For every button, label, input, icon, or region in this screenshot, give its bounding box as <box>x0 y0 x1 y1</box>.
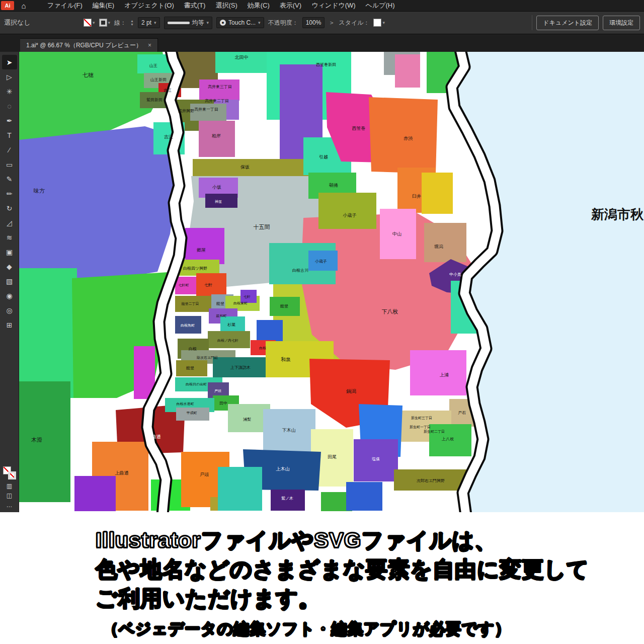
stroke-weight-field[interactable]: 2 pt ▾ <box>138 17 160 28</box>
selection-tool[interactable]: ➤ <box>2 55 17 69</box>
map-label: 朝捲 <box>329 183 338 188</box>
control-bar: 選択なし ▾ ▾ 線： ▲▼ 2 pt ▾ 均等 ▾ ● Touch C... … <box>0 11 644 34</box>
paintbrush-tool[interactable]: ✎ <box>2 172 17 186</box>
map-label: 堀潟 <box>434 244 443 249</box>
caption-line-4: （ベジェデータの編集ソフト・編集アプリが必要です） <box>103 618 644 640</box>
document-setup-button[interactable]: ドキュメント設定 <box>536 16 599 30</box>
menu-item[interactable]: 書式(T) <box>184 1 206 10</box>
stroke-color-swatch[interactable]: ▾ <box>99 19 111 27</box>
map-label: 上下諏訪木 <box>230 365 251 370</box>
fill-stroke-indicator[interactable] <box>3 466 16 479</box>
map-region[interactable] <box>422 173 453 214</box>
opacity-more-icon[interactable]: ＞ <box>329 19 335 27</box>
zoom-tool[interactable]: ◎ <box>2 303 17 317</box>
style-swatch[interactable]: ▾ <box>373 19 385 27</box>
map-region[interactable] <box>318 193 376 229</box>
opacity-field[interactable]: 100% <box>302 17 325 28</box>
map-svg[interactable]: 北田中西笠巻新田七穂山王山王新田吉江高井東三丁目高井東二丁目鷲田新田高井興野高井… <box>19 52 644 512</box>
map-region[interactable] <box>410 350 466 395</box>
map-region[interactable] <box>199 79 239 101</box>
map-label: 浦梨 <box>243 417 251 422</box>
rotate-tool[interactable]: ↻ <box>2 201 17 215</box>
pen-tool[interactable]: ✒ <box>2 113 17 128</box>
map-label: 十五間 <box>254 224 270 230</box>
map-label: 高井東二丁目 <box>205 99 229 103</box>
map-region[interactable] <box>218 467 262 511</box>
line-segment-tool[interactable]: ∕ <box>2 142 17 157</box>
map-label: 白根水道町 <box>177 402 194 406</box>
pencil-tool[interactable]: ✏ <box>2 186 17 201</box>
scale-tool[interactable]: ◿ <box>2 215 17 230</box>
direct-selection-tool[interactable]: ▷ <box>2 69 17 84</box>
lasso-tool[interactable]: ◌ <box>2 99 17 113</box>
map-label: 白根 <box>189 347 197 351</box>
screen-mode-icon[interactable]: ◫ <box>7 493 12 499</box>
map-region[interactable] <box>346 482 382 511</box>
map-region[interactable] <box>19 381 70 502</box>
map-region[interactable] <box>424 223 466 262</box>
map-region[interactable] <box>395 54 420 88</box>
opacity-label: 不透明度： <box>268 19 298 27</box>
artboard-canvas[interactable]: 北田中西笠巻新田七穂山王山王新田吉江高井東三丁目高井東二丁目鷲田新田高井興野高井… <box>19 52 644 512</box>
map-label: 高井東一丁目 <box>194 107 218 112</box>
style-swatch-icon <box>373 19 381 27</box>
home-icon[interactable]: ⌂ <box>17 2 30 10</box>
fill-color-swatch[interactable]: ▾ <box>84 19 95 27</box>
map-label: 白根東町 <box>233 301 248 305</box>
map-region[interactable] <box>19 268 77 398</box>
tab-close-icon[interactable]: × <box>148 42 151 49</box>
eyedropper-tool[interactable]: ◆ <box>2 259 17 274</box>
brush-icon: ● <box>220 20 226 26</box>
menu-bar: Ai ⌂ ファイル(F)編集(E)オブジェクト(O)書式(T)選択(S)効果(C… <box>0 0 644 11</box>
brush-dropdown[interactable]: ● Touch C... ▾ <box>216 17 264 28</box>
map-region[interactable] <box>19 126 177 283</box>
preferences-button[interactable]: 環境設定 <box>603 16 640 30</box>
opacity-value: 100% <box>306 19 321 26</box>
stroke-swatch-icon <box>99 19 107 27</box>
free-transform-tool[interactable]: ▣ <box>2 245 17 259</box>
toolbar-more-icon[interactable]: … <box>7 502 13 508</box>
map-label: 七穂 <box>82 72 94 78</box>
map-label: 下曲通 <box>147 434 161 439</box>
chevron-down-icon: ▾ <box>258 20 261 25</box>
menu-item[interactable]: ファイル(F) <box>47 1 83 10</box>
stroke-profile-dropdown[interactable]: 均等 ▾ <box>164 17 213 29</box>
map-label: 鍋潟 <box>346 388 356 394</box>
map-label: 塩俵 <box>371 457 380 461</box>
type-tool[interactable]: T <box>2 128 17 142</box>
menu-item[interactable]: 編集(E) <box>93 1 114 10</box>
draw-mode-icon[interactable]: ▥ <box>7 483 12 489</box>
map-label: 西笠巻新田 <box>316 62 336 67</box>
map-label: 能登二丁目 <box>182 302 199 306</box>
map-region[interactable] <box>185 228 224 264</box>
map-region[interactable] <box>74 476 116 511</box>
brush-value: Touch C... <box>228 19 256 26</box>
stroke-weight-stepper[interactable]: ▲▼ <box>130 19 134 26</box>
map-region[interactable] <box>369 97 438 174</box>
map-region[interactable] <box>199 121 235 157</box>
menu-item[interactable]: オブジェクト(O) <box>124 1 174 10</box>
menu-item[interactable]: 効果(C) <box>248 1 270 10</box>
illustrator-window: Ai ⌂ ファイル(F)編集(E)オブジェクト(O)書式(T)選択(S)効果(C… <box>0 0 644 644</box>
map-label: 田中 <box>219 401 227 406</box>
rectangle-tool[interactable]: ▭ <box>2 157 17 172</box>
chevron-down-icon: ▾ <box>382 20 385 25</box>
water-area-label: 新潟市秋 <box>591 207 644 222</box>
chevron-down-icon: ▾ <box>154 20 156 25</box>
map-label: 田尾 <box>328 454 337 459</box>
width-tool[interactable]: ≋ <box>2 230 17 245</box>
menu-item[interactable]: ウィンドウ(W) <box>311 1 355 10</box>
map-label: 木滑 <box>31 437 42 443</box>
gradient-tool[interactable]: ▧ <box>2 274 17 288</box>
document-tab[interactable]: 1.ai* @ 66.67 %（RGB/CPU プレビュー） × <box>20 38 158 52</box>
map-label: 白根古川 <box>292 268 308 273</box>
menu-item[interactable]: 選択(S) <box>215 1 237 10</box>
artboard-tool[interactable]: ⊞ <box>2 317 17 332</box>
menu-item[interactable]: 表示(V) <box>280 1 301 10</box>
blend-tool[interactable]: ◉ <box>2 288 17 303</box>
map-label: 中小見 <box>449 272 461 277</box>
magic-wand-tool[interactable]: ✳ <box>2 84 17 99</box>
menu-item[interactable]: ヘルプ(H) <box>366 1 395 10</box>
map-region[interactable] <box>190 104 226 121</box>
map-label: 七軒 <box>244 295 251 298</box>
